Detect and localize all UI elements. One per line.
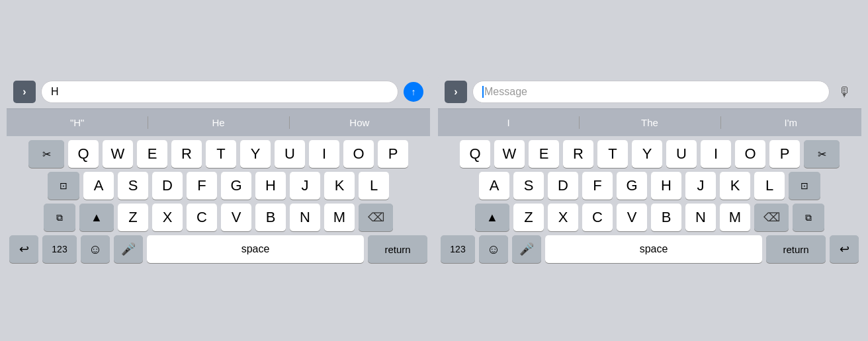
left-prediction-1[interactable]: "H" (7, 110, 148, 135)
key-n[interactable]: N (290, 204, 320, 231)
left-input-text[interactable]: H (51, 86, 388, 98)
key-m[interactable]: M (324, 204, 355, 231)
right-keyboard-panel: › Message 🎙 I The I'm Q W E R T (438, 75, 861, 266)
key-v[interactable]: V (221, 204, 251, 231)
back-arrow-key[interactable]: ↩ (9, 235, 38, 263)
rkey-y[interactable]: Y (632, 140, 662, 168)
key-k[interactable]: K (324, 172, 355, 200)
emoji-key[interactable]: ☺ (81, 235, 110, 263)
rkey-x[interactable]: X (548, 204, 578, 231)
key-f[interactable]: F (187, 172, 217, 200)
rkey-j[interactable]: J (685, 172, 716, 200)
key-c[interactable]: C (187, 204, 217, 231)
key-q[interactable]: Q (68, 140, 99, 168)
left-row-3: ⧉ ▲ Z X C V B N M ⌫ (9, 204, 427, 231)
key-s[interactable]: S (118, 172, 148, 200)
num-key[interactable]: 123 (42, 235, 77, 263)
rkey-s[interactable]: S (513, 172, 544, 200)
left-expand-button[interactable]: › (13, 81, 36, 103)
right-input-placeholder[interactable]: Message (484, 86, 820, 98)
text-cursor (482, 86, 484, 98)
left-input-wrap: H (41, 81, 398, 103)
rkey-o[interactable]: O (735, 140, 765, 168)
rkey-d[interactable]: D (548, 172, 578, 200)
rreturn-key[interactable]: return (766, 235, 826, 263)
send-arrow-icon: ↑ (412, 87, 416, 96)
backspace-icon: ⌫ (368, 210, 384, 225)
shift-key[interactable]: ▲ (79, 204, 114, 231)
key-z[interactable]: Z (118, 204, 148, 231)
key-p[interactable]: P (378, 140, 408, 168)
rkey-c[interactable]: C (582, 204, 613, 231)
rkey-z[interactable]: Z (513, 204, 544, 231)
remoji-key[interactable]: ☺ (479, 235, 508, 263)
paste-key[interactable]: ⧉ (44, 204, 75, 231)
left-top-bar: › H ↑ (7, 75, 430, 108)
rkey-t[interactable]: T (597, 140, 628, 168)
left-prediction-2[interactable]: He (148, 110, 288, 135)
rkey-m[interactable]: M (720, 204, 750, 231)
key-a[interactable]: A (83, 172, 114, 200)
left-prediction-3[interactable]: How (289, 110, 430, 135)
rkey-k[interactable]: K (720, 172, 750, 200)
rkey-e[interactable]: E (529, 140, 559, 168)
rkey-f[interactable]: F (582, 172, 613, 200)
right-expand-icon: › (454, 86, 457, 98)
key-g[interactable]: G (221, 172, 251, 200)
key-y[interactable]: Y (240, 140, 271, 168)
right-mic-button[interactable]: 🎙 (835, 82, 855, 102)
key-b[interactable]: B (255, 204, 286, 231)
rkey-a[interactable]: A (479, 172, 509, 200)
rkey-i[interactable]: I (701, 140, 731, 168)
rback-arrow-key[interactable]: ↩ (830, 235, 859, 263)
key-t[interactable]: T (206, 140, 236, 168)
rshift-key[interactable]: ▲ (475, 204, 509, 231)
right-row-3: ▲ Z X C V B N M ⌫ ⧉ (441, 204, 859, 231)
cut-key[interactable]: ✂ (28, 140, 64, 168)
copy-key[interactable]: ⊡ (48, 172, 79, 200)
rkey-p[interactable]: P (769, 140, 800, 168)
right-expand-button[interactable]: › (445, 81, 467, 103)
return-key[interactable]: return (368, 235, 427, 263)
key-l[interactable]: L (359, 172, 389, 200)
key-i[interactable]: I (309, 140, 339, 168)
rkey-v[interactable]: V (617, 204, 647, 231)
rbackspace-key[interactable]: ⌫ (754, 204, 789, 231)
rkey-q[interactable]: Q (460, 140, 490, 168)
key-r[interactable]: R (171, 140, 202, 168)
backspace-key[interactable]: ⌫ (359, 204, 393, 231)
left-send-button[interactable]: ↑ (404, 82, 423, 102)
rpaste-key[interactable]: ⧉ (793, 204, 824, 231)
right-prediction-3[interactable]: I'm (720, 110, 861, 135)
rkey-w[interactable]: W (494, 140, 525, 168)
right-prediction-1[interactable]: I (438, 110, 579, 135)
rspace-key[interactable]: space (545, 235, 762, 263)
rmic-key[interactable]: 🎤 (512, 235, 541, 263)
key-h[interactable]: H (255, 172, 286, 200)
rkey-r[interactable]: R (563, 140, 593, 168)
rcopy-key[interactable]: ⊡ (789, 172, 820, 200)
rkey-b[interactable]: B (651, 204, 681, 231)
keyboards-container: › H ↑ "H" He How ✂ Q W E R T Y (0, 69, 868, 272)
rcut-key[interactable]: ✂ (804, 140, 840, 168)
key-e[interactable]: E (137, 140, 167, 168)
left-keyboard-area: ✂ Q W E R T Y U I O P ⊡ A S D F G H (7, 136, 430, 266)
rkey-u[interactable]: U (666, 140, 697, 168)
left-prediction-bar: "H" He How (7, 108, 430, 136)
rkey-g[interactable]: G (617, 172, 647, 200)
key-x[interactable]: X (152, 204, 183, 231)
rkey-n[interactable]: N (685, 204, 716, 231)
right-row-1: Q W E R T Y U I O P ✂ (441, 140, 859, 168)
rkey-l[interactable]: L (754, 172, 785, 200)
left-keyboard-panel: › H ↑ "H" He How ✂ Q W E R T Y (7, 75, 430, 266)
rkey-h[interactable]: H (651, 172, 681, 200)
space-key[interactable]: space (147, 235, 364, 263)
key-u[interactable]: U (275, 140, 305, 168)
rnum-key[interactable]: 123 (441, 235, 475, 263)
key-j[interactable]: J (290, 172, 320, 200)
mic-key[interactable]: 🎤 (114, 235, 143, 263)
key-d[interactable]: D (152, 172, 183, 200)
key-o[interactable]: O (343, 140, 374, 168)
right-prediction-2[interactable]: The (579, 110, 720, 135)
key-w[interactable]: W (103, 140, 133, 168)
